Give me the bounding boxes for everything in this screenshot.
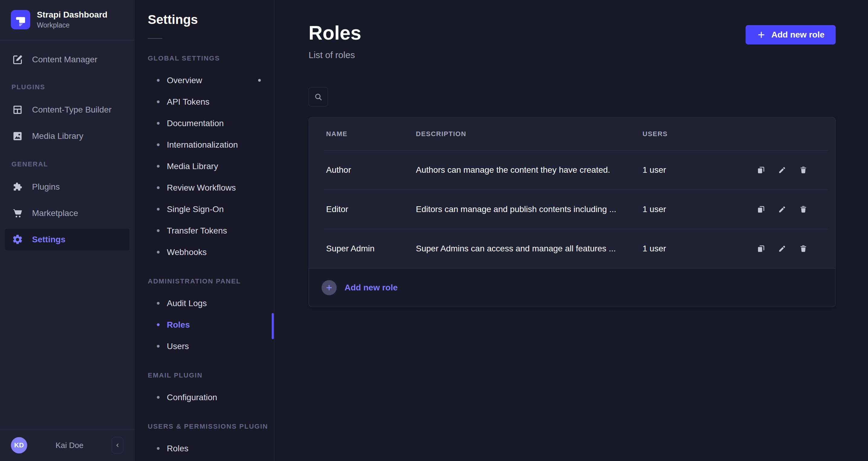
- workspace-brand[interactable]: Strapi Dashboard Workplace: [0, 0, 134, 40]
- subnav-item-label: Media Library: [167, 162, 218, 171]
- role-description: Editors can manage and publish contents …: [416, 204, 643, 214]
- collapse-sidebar-button[interactable]: [112, 437, 123, 454]
- delete-button[interactable]: [798, 204, 809, 215]
- sidebar-item-label: Content-Type Builder: [32, 105, 112, 115]
- sidebar-item-media-library[interactable]: Media Library: [5, 125, 129, 147]
- delete-button[interactable]: [798, 165, 809, 175]
- notification-dot-icon: [258, 79, 261, 82]
- user-section: KD Kai Doe: [0, 429, 134, 461]
- sidebar-item-label: Media Library: [32, 131, 84, 141]
- bullet-icon: [157, 186, 160, 189]
- subnav-item-review-workflows[interactable]: Review Workflows: [148, 177, 274, 198]
- role-description: Super Admins can access and manage all f…: [416, 244, 643, 254]
- sidebar-item-content-type-builder[interactable]: Content-Type Builder: [5, 99, 129, 121]
- chevron-left-icon: [114, 442, 121, 449]
- row-actions: [751, 204, 809, 215]
- duplicate-button[interactable]: [755, 204, 767, 215]
- brand-text: Strapi Dashboard Workplace: [37, 10, 107, 29]
- column-header-name: NAME: [326, 130, 416, 138]
- sidebar-item-settings[interactable]: Settings: [5, 229, 129, 251]
- duplicate-button[interactable]: [755, 165, 767, 175]
- subnav-group-items: Audit Logs Roles Users: [148, 292, 274, 357]
- bullet-icon: [157, 79, 160, 82]
- duplicate-button[interactable]: [755, 243, 767, 254]
- subnav-item-configuration[interactable]: Configuration: [148, 386, 274, 408]
- plus-icon: [757, 30, 766, 39]
- subnav-item-media-library[interactable]: Media Library: [148, 155, 274, 177]
- subnav-item-label: Webhooks: [167, 248, 207, 257]
- sidebar-item-label: Plugins: [32, 182, 60, 192]
- bullet-icon: [157, 165, 160, 168]
- roles-table: NAME DESCRIPTION USERS Author Authors ca…: [309, 117, 836, 307]
- settings-subnav: Settings GLOBAL SETTINGS Overview API To…: [134, 0, 274, 461]
- bullet-icon: [157, 100, 160, 103]
- bullet-icon: [157, 122, 160, 125]
- role-users-count: 1 user: [643, 165, 751, 175]
- subnav-item-documentation[interactable]: Documentation: [148, 113, 274, 134]
- subnav-group-items: Overview API Tokens Documentation Intern…: [148, 69, 274, 263]
- subnav-rule: [148, 38, 162, 39]
- table-row[interactable]: Editor Editors can manage and publish co…: [309, 190, 835, 229]
- subnav-item-label: Audit Logs: [167, 298, 207, 308]
- subnav-item-transfer-tokens[interactable]: Transfer Tokens: [148, 220, 274, 241]
- subnav-group-users-permissions-plugin: USERS & PERMISSIONS PLUGIN: [148, 423, 274, 430]
- subnav-item-label: Roles: [167, 444, 189, 454]
- subnav-item-overview[interactable]: Overview: [148, 69, 274, 91]
- column-header-users: USERS: [643, 130, 751, 138]
- subnav-item-audit-logs[interactable]: Audit Logs: [148, 292, 274, 314]
- sidebar-item-marketplace[interactable]: Marketplace: [5, 202, 129, 224]
- bullet-icon: [157, 302, 160, 305]
- edit-button[interactable]: [777, 243, 787, 254]
- subnav-item-internationalization[interactable]: Internationalization: [148, 134, 274, 155]
- role-users-count: 1 user: [643, 244, 751, 254]
- subnav-item-up-roles[interactable]: Roles: [148, 438, 274, 459]
- workspace-subtitle: Workplace: [37, 21, 107, 29]
- sidebar-item-plugins[interactable]: Plugins: [5, 176, 129, 198]
- content-type-builder-icon: [11, 104, 24, 116]
- search-button[interactable]: [309, 87, 328, 107]
- subnav-item-webhooks[interactable]: Webhooks: [148, 241, 274, 263]
- subnav-item-label: Overview: [167, 76, 202, 85]
- role-name: Super Admin: [326, 244, 416, 254]
- edit-button[interactable]: [777, 204, 787, 215]
- subnav-item-label: Transfer Tokens: [167, 226, 227, 236]
- subnav-item-label: Roles: [167, 320, 190, 330]
- sidebar-section-general: GENERAL: [11, 160, 123, 168]
- add-new-role-label: Add new role: [771, 30, 825, 40]
- subnav-scrollbar-thumb[interactable]: [272, 313, 274, 339]
- subnav-item-api-tokens[interactable]: API Tokens: [148, 91, 274, 113]
- subnav-item-label: Single Sign-On: [167, 204, 224, 214]
- subnav-item-users[interactable]: Users: [148, 336, 274, 357]
- role-name: Editor: [326, 204, 416, 214]
- edit-button[interactable]: [777, 165, 787, 175]
- subnav-group-administration-panel: ADMINISTRATION PANEL: [148, 278, 274, 285]
- add-new-role-button[interactable]: Add new role: [746, 25, 836, 45]
- subnav-item-label: Documentation: [167, 119, 224, 128]
- gear-icon: [11, 233, 24, 246]
- bullet-icon: [157, 447, 160, 450]
- main-sidebar: Strapi Dashboard Workplace Content Manag…: [0, 0, 134, 461]
- subnav-item-label: Users: [167, 342, 189, 351]
- subnav-item-roles[interactable]: Roles: [148, 314, 274, 336]
- subnav-title: Settings: [148, 12, 274, 27]
- subnav-item-single-sign-on[interactable]: Single Sign-On: [148, 198, 274, 220]
- subnav-group-items: Roles: [148, 438, 274, 459]
- role-users-count: 1 user: [643, 204, 751, 214]
- content-manager-icon: [11, 54, 24, 66]
- sidebar-nav: Content Manager PLUGINS Content-Type Bui…: [0, 40, 134, 429]
- table-row[interactable]: Super Admin Super Admins can access and …: [309, 229, 835, 268]
- subnav-item-label: Internationalization: [167, 140, 238, 150]
- table-row[interactable]: Author Authors can manage the content th…: [309, 150, 835, 190]
- delete-button[interactable]: [798, 243, 809, 254]
- sidebar-item-content-manager[interactable]: Content Manager: [5, 49, 129, 70]
- table-header-row: NAME DESCRIPTION USERS: [309, 117, 835, 150]
- search-icon: [314, 92, 323, 101]
- sidebar-item-label: Marketplace: [32, 208, 78, 218]
- bullet-icon: [157, 143, 160, 146]
- subnav-group-global-settings: GLOBAL SETTINGS: [148, 54, 274, 62]
- bullet-icon: [157, 229, 160, 232]
- avatar[interactable]: KD: [11, 437, 27, 454]
- main-content: Roles List of roles Add new role NAME DE…: [274, 0, 868, 461]
- table-footer-add-role[interactable]: Add new role: [309, 268, 835, 307]
- bullet-icon: [157, 323, 160, 326]
